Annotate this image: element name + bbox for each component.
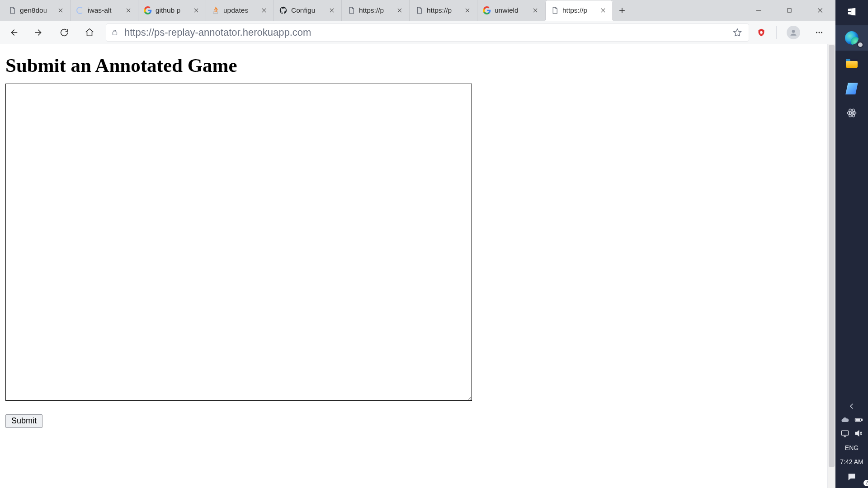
tab-close-button[interactable] [259,5,269,15]
svg-rect-1 [113,32,117,35]
tab[interactable]: https://p [545,0,613,21]
annotation-textarea[interactable] [5,84,472,401]
page-favicon-icon [8,6,16,14]
toolbar-separator [776,26,777,39]
tab[interactable]: https://p [342,0,410,21]
svg-point-5 [819,32,820,33]
address-url: https://ps-replay-annotator.herokuapp.co… [124,23,311,42]
google-favicon-icon [483,6,491,14]
window-maximize-button[interactable] [774,0,805,21]
forward-button[interactable] [30,23,48,42]
page-scrollbar-thumb[interactable] [829,45,835,467]
page-heading: Submit an Annotated Game [5,54,830,76]
svg-rect-12 [862,419,863,420]
tab-title: https://p [359,6,391,14]
tab-close-button[interactable] [462,5,472,15]
reload-button[interactable] [55,23,73,42]
tab[interactable]: iwas-alt [71,0,138,21]
tab-title: github p [156,6,188,14]
tab[interactable]: unwield [477,0,545,21]
tab-title: Configu [291,6,323,14]
onedrive-tray-icon[interactable] [840,415,849,426]
edge-profile-badge-icon [857,42,863,48]
tab-close-button[interactable] [327,5,337,15]
edge-icon [845,31,859,45]
svg-point-6 [821,32,822,33]
tab[interactable]: https://p [410,0,477,21]
svg-point-3 [792,30,795,33]
svg-point-10 [851,112,852,113]
svg-rect-14 [842,431,849,435]
tab[interactable]: gen8dou [3,0,71,21]
page-scrollbar[interactable] [827,44,835,488]
input-language-indicator[interactable]: ENG [845,444,859,451]
file-explorer-icon [846,59,858,68]
system-clock[interactable]: 7:42 AM [840,455,863,471]
tab-title: https://p [562,6,594,14]
notes-app-icon [845,83,858,94]
tab-title: iwas-alt [88,6,120,14]
profile-button[interactable] [787,26,800,39]
browser-window: gen8douiwas-altgithub pupdatesConfiguhtt… [0,0,835,488]
action-center-badge: 2 [863,480,868,486]
window-controls [743,0,835,21]
toolbar-right [756,23,831,42]
battery-tray-icon[interactable] [854,415,863,426]
lock-icon [111,28,119,37]
more-menu-button[interactable] [810,23,828,42]
svg-point-2 [760,31,763,33]
tab[interactable]: Configu [274,0,342,21]
taskbar-notes-button[interactable] [835,76,868,101]
taskbar-atom-button[interactable] [835,101,868,127]
loading-favicon-icon [76,6,84,14]
home-button[interactable] [80,23,99,42]
tab-close-button[interactable] [56,5,66,15]
tab[interactable]: github p [138,0,206,21]
window-minimize-button[interactable] [743,0,774,21]
tab-close-button[interactable] [598,5,608,15]
ublock-icon[interactable] [756,28,766,38]
address-bar[interactable]: https://ps-replay-annotator.herokuapp.co… [106,23,749,42]
tabstrip-spacer [631,0,743,21]
volume-muted-tray-icon[interactable] [854,429,863,440]
taskbar-explorer-button[interactable] [835,51,868,76]
svg-rect-13 [856,419,860,420]
tab-close-button[interactable] [191,5,201,15]
windows-taskbar: ENG 7:42 AM 2 [835,0,868,488]
action-center-icon [847,472,856,483]
favorite-star-button[interactable] [732,28,744,38]
back-button[interactable] [5,23,23,42]
tab-close-button[interactable] [123,5,133,15]
page-favicon-icon [551,6,559,14]
address-host: https://ps-replay-annotator.herokuapp.co… [124,27,311,38]
github-favicon-icon [279,6,288,14]
taskbar-edge-button[interactable] [835,25,868,51]
window-close-button[interactable] [805,0,835,21]
google-favicon-icon [144,6,152,14]
windows-logo-icon [847,7,857,19]
tab-close-button[interactable] [530,5,540,15]
atom-app-icon [846,107,858,121]
tray-overflow-button[interactable] [835,400,868,414]
chevron-left-icon [848,402,856,412]
tab-title: updates [223,6,255,14]
page-favicon-icon [347,6,355,14]
svg-point-4 [816,32,817,33]
submit-button[interactable]: Submit [5,414,42,428]
tab-close-button[interactable] [395,5,405,15]
browser-toolbar: https://ps-replay-annotator.herokuapp.co… [0,21,835,44]
tab-title: gen8dou [20,6,52,14]
stackoverflow-favicon-icon [212,6,220,14]
svg-rect-0 [788,9,791,12]
tabstrip: gen8douiwas-altgithub pupdatesConfiguhtt… [0,0,835,21]
project-tray-icon[interactable] [840,429,849,440]
new-tab-button[interactable] [613,0,631,21]
tab-title: https://p [427,6,459,14]
tab-title: unwield [495,6,527,14]
action-center-button[interactable]: 2 [835,471,868,484]
start-button[interactable] [835,0,868,25]
tab[interactable]: updates [206,0,274,21]
page-favicon-icon [415,6,423,14]
page-content: Submit an Annotated Game Submit [0,44,835,488]
